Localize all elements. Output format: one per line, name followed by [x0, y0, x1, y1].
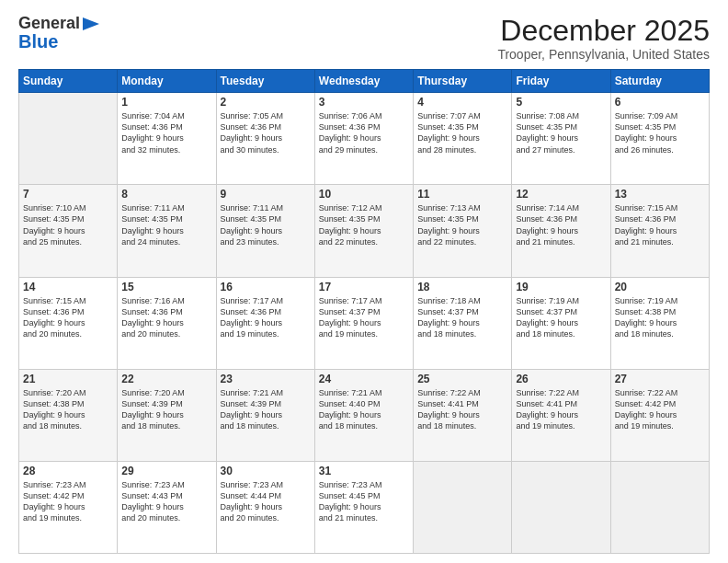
day-number: 14 — [23, 281, 113, 293]
day-info: Sunrise: 7:22 AM Sunset: 4:41 PM Dayligh… — [516, 387, 606, 432]
week-row-4: 21Sunrise: 7:20 AM Sunset: 4:38 PM Dayli… — [19, 369, 710, 461]
day-number: 2 — [221, 96, 311, 109]
day-cell: 9Sunrise: 7:11 AM Sunset: 4:35 PM Daylig… — [216, 185, 314, 277]
day-cell: 12Sunrise: 7:14 AM Sunset: 4:36 PM Dayli… — [512, 185, 610, 277]
day-info: Sunrise: 7:16 AM Sunset: 4:36 PM Dayligh… — [121, 295, 211, 340]
day-cell — [610, 461, 709, 553]
day-cell: 17Sunrise: 7:17 AM Sunset: 4:37 PM Dayli… — [314, 277, 413, 369]
day-cell: 3Sunrise: 7:06 AM Sunset: 4:36 PM Daylig… — [314, 93, 413, 185]
day-info: Sunrise: 7:20 AM Sunset: 4:39 PM Dayligh… — [121, 387, 211, 432]
day-info: Sunrise: 7:23 AM Sunset: 4:43 PM Dayligh… — [121, 479, 211, 524]
logo-blue: Blue — [18, 31, 58, 52]
day-cell: 2Sunrise: 7:05 AM Sunset: 4:36 PM Daylig… — [216, 93, 314, 185]
day-cell: 8Sunrise: 7:11 AM Sunset: 4:35 PM Daylig… — [118, 185, 216, 277]
day-cell: 27Sunrise: 7:22 AM Sunset: 4:42 PM Dayli… — [610, 369, 709, 461]
logo-flag-icon — [81, 16, 101, 32]
calendar-table: SundayMondayTuesdayWednesdayThursdayFrid… — [18, 69, 710, 554]
day-info: Sunrise: 7:17 AM Sunset: 4:36 PM Dayligh… — [221, 295, 311, 340]
day-cell: 23Sunrise: 7:21 AM Sunset: 4:39 PM Dayli… — [216, 369, 314, 461]
day-info: Sunrise: 7:06 AM Sunset: 4:36 PM Dayligh… — [319, 110, 409, 155]
day-cell: 13Sunrise: 7:15 AM Sunset: 4:36 PM Dayli… — [610, 185, 709, 277]
day-cell: 10Sunrise: 7:12 AM Sunset: 4:35 PM Dayli… — [314, 185, 413, 277]
day-info: Sunrise: 7:15 AM Sunset: 4:36 PM Dayligh… — [615, 202, 705, 247]
day-cell: 4Sunrise: 7:07 AM Sunset: 4:35 PM Daylig… — [414, 93, 512, 185]
header-cell-thursday: Thursday — [414, 70, 512, 93]
day-number: 3 — [319, 96, 409, 109]
day-number: 16 — [221, 281, 311, 293]
day-cell: 19Sunrise: 7:19 AM Sunset: 4:37 PM Dayli… — [512, 277, 610, 369]
day-cell: 5Sunrise: 7:08 AM Sunset: 4:35 PM Daylig… — [512, 93, 610, 185]
day-cell: 11Sunrise: 7:13 AM Sunset: 4:35 PM Dayli… — [414, 185, 512, 277]
day-number: 4 — [417, 96, 507, 109]
day-number: 25 — [417, 373, 507, 385]
day-number: 11 — [417, 188, 507, 201]
day-number: 8 — [121, 188, 211, 201]
day-cell — [512, 461, 610, 553]
day-info: Sunrise: 7:11 AM Sunset: 4:35 PM Dayligh… — [121, 202, 211, 247]
header-cell-wednesday: Wednesday — [314, 70, 413, 93]
page: General Blue December 2025 Trooper, Penn… — [0, 0, 728, 563]
day-info: Sunrise: 7:18 AM Sunset: 4:37 PM Dayligh… — [417, 295, 507, 340]
day-cell: 29Sunrise: 7:23 AM Sunset: 4:43 PM Dayli… — [118, 461, 216, 553]
day-cell — [414, 461, 512, 553]
main-title: December 2025 — [497, 15, 710, 47]
day-info: Sunrise: 7:19 AM Sunset: 4:38 PM Dayligh… — [615, 295, 705, 340]
day-info: Sunrise: 7:21 AM Sunset: 4:40 PM Dayligh… — [319, 387, 409, 432]
header-cell-sunday: Sunday — [19, 70, 118, 93]
day-number: 15 — [121, 281, 211, 293]
day-number: 24 — [319, 373, 409, 385]
day-number: 5 — [516, 96, 606, 109]
day-info: Sunrise: 7:10 AM Sunset: 4:35 PM Dayligh… — [23, 202, 113, 247]
day-cell: 20Sunrise: 7:19 AM Sunset: 4:38 PM Dayli… — [610, 277, 709, 369]
day-info: Sunrise: 7:09 AM Sunset: 4:35 PM Dayligh… — [615, 110, 705, 155]
day-cell: 18Sunrise: 7:18 AM Sunset: 4:37 PM Dayli… — [414, 277, 512, 369]
day-number: 18 — [417, 281, 507, 293]
day-number: 23 — [221, 373, 311, 385]
day-cell: 25Sunrise: 7:22 AM Sunset: 4:41 PM Dayli… — [414, 369, 512, 461]
day-cell: 16Sunrise: 7:17 AM Sunset: 4:36 PM Dayli… — [216, 277, 314, 369]
day-info: Sunrise: 7:13 AM Sunset: 4:35 PM Dayligh… — [417, 202, 507, 247]
day-info: Sunrise: 7:05 AM Sunset: 4:36 PM Dayligh… — [221, 110, 311, 155]
day-info: Sunrise: 7:08 AM Sunset: 4:35 PM Dayligh… — [516, 110, 606, 155]
day-cell: 14Sunrise: 7:15 AM Sunset: 4:36 PM Dayli… — [19, 277, 118, 369]
day-cell: 26Sunrise: 7:22 AM Sunset: 4:41 PM Dayli… — [512, 369, 610, 461]
day-number: 10 — [319, 188, 409, 201]
day-info: Sunrise: 7:22 AM Sunset: 4:41 PM Dayligh… — [417, 387, 507, 432]
svg-marker-0 — [83, 17, 99, 30]
day-info: Sunrise: 7:14 AM Sunset: 4:36 PM Dayligh… — [516, 202, 606, 247]
week-row-2: 7Sunrise: 7:10 AM Sunset: 4:35 PM Daylig… — [19, 185, 710, 277]
day-number: 7 — [23, 188, 113, 201]
day-info: Sunrise: 7:23 AM Sunset: 4:45 PM Dayligh… — [319, 479, 409, 524]
header-cell-tuesday: Tuesday — [216, 70, 314, 93]
day-number: 12 — [516, 188, 606, 201]
day-number: 29 — [121, 465, 211, 477]
day-number: 17 — [319, 281, 409, 293]
day-cell — [19, 93, 118, 185]
day-number: 27 — [615, 373, 705, 385]
header: General Blue December 2025 Trooper, Penn… — [18, 15, 710, 62]
day-cell: 24Sunrise: 7:21 AM Sunset: 4:40 PM Dayli… — [314, 369, 413, 461]
week-row-3: 14Sunrise: 7:15 AM Sunset: 4:36 PM Dayli… — [19, 277, 710, 369]
day-info: Sunrise: 7:22 AM Sunset: 4:42 PM Dayligh… — [615, 387, 705, 432]
day-cell: 6Sunrise: 7:09 AM Sunset: 4:35 PM Daylig… — [610, 93, 709, 185]
day-cell: 22Sunrise: 7:20 AM Sunset: 4:39 PM Dayli… — [118, 369, 216, 461]
day-number: 22 — [121, 373, 211, 385]
day-number: 9 — [221, 188, 311, 201]
logo: General Blue — [18, 15, 102, 52]
header-row: SundayMondayTuesdayWednesdayThursdayFrid… — [19, 70, 710, 93]
day-cell: 21Sunrise: 7:20 AM Sunset: 4:38 PM Dayli… — [19, 369, 118, 461]
day-info: Sunrise: 7:07 AM Sunset: 4:35 PM Dayligh… — [417, 110, 507, 155]
calendar-body: 1Sunrise: 7:04 AM Sunset: 4:36 PM Daylig… — [19, 93, 710, 554]
day-cell: 30Sunrise: 7:23 AM Sunset: 4:44 PM Dayli… — [216, 461, 314, 553]
day-number: 28 — [23, 465, 113, 477]
day-number: 13 — [615, 188, 705, 201]
title-block: December 2025 Trooper, Pennsylvania, Uni… — [497, 15, 710, 62]
day-cell: 31Sunrise: 7:23 AM Sunset: 4:45 PM Dayli… — [314, 461, 413, 553]
day-number: 21 — [23, 373, 113, 385]
day-cell: 7Sunrise: 7:10 AM Sunset: 4:35 PM Daylig… — [19, 185, 118, 277]
day-cell: 1Sunrise: 7:04 AM Sunset: 4:36 PM Daylig… — [118, 93, 216, 185]
day-number: 30 — [221, 465, 311, 477]
day-info: Sunrise: 7:17 AM Sunset: 4:37 PM Dayligh… — [319, 295, 409, 340]
day-info: Sunrise: 7:23 AM Sunset: 4:44 PM Dayligh… — [221, 479, 311, 524]
day-cell: 15Sunrise: 7:16 AM Sunset: 4:36 PM Dayli… — [118, 277, 216, 369]
